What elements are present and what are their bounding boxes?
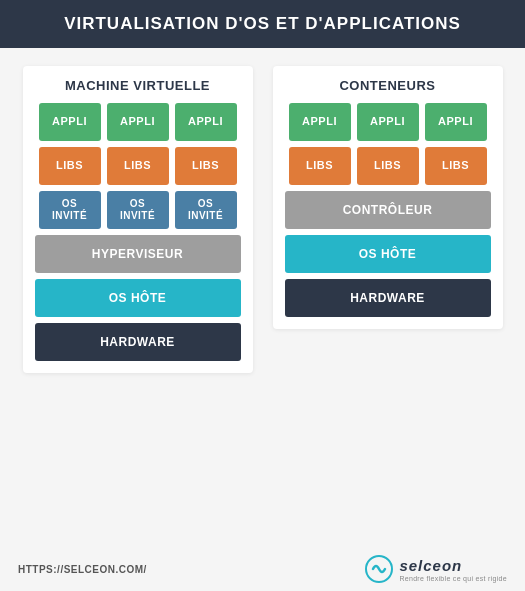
left-row-appli: APPLI APPLI APPLI [35, 103, 241, 141]
left-os-hote: OS HÔTE [35, 279, 241, 317]
right-panel-title: CONTENEURS [285, 78, 491, 93]
left-panel: MACHINE VIRTUELLE APPLI APPLI APPLI LIBS… [23, 66, 253, 373]
left-libs-1: LIBS [39, 147, 101, 185]
left-appli-1: APPLI [39, 103, 101, 141]
right-panel: CONTENEURS APPLI APPLI APPLI LIBS LIBS L… [273, 66, 503, 329]
right-libs-3: LIBS [425, 147, 487, 185]
right-appli-3: APPLI [425, 103, 487, 141]
right-libs-1: LIBS [289, 147, 351, 185]
right-appli-2: APPLI [357, 103, 419, 141]
right-controleur: CONTRÔLEUR [285, 191, 491, 229]
left-os-invite-3: OSINVITÉ [175, 191, 237, 229]
left-os-invite-2: OSINVITÉ [107, 191, 169, 229]
left-libs-2: LIBS [107, 147, 169, 185]
right-os-hote: OS HÔTE [285, 235, 491, 273]
footer: HTTPS://SELCEON.COM/ selceon Rendre flex… [0, 549, 525, 591]
logo-sub: Rendre flexible ce qui est rigide [399, 575, 507, 582]
left-appli-3: APPLI [175, 103, 237, 141]
left-libs-3: LIBS [175, 147, 237, 185]
right-hardware: HARDWARE [285, 279, 491, 317]
left-os-invite-1: OSINVITÉ [39, 191, 101, 229]
left-hyperviseur: HYPERVISEUR [35, 235, 241, 273]
right-libs-2: LIBS [357, 147, 419, 185]
left-appli-2: APPLI [107, 103, 169, 141]
left-hardware: HARDWARE [35, 323, 241, 361]
left-panel-title: MACHINE VIRTUELLE [35, 78, 241, 93]
logo-area: selceon Rendre flexible ce qui est rigid… [365, 555, 507, 583]
right-row-libs: LIBS LIBS LIBS [285, 147, 491, 185]
footer-url: HTTPS://SELCEON.COM/ [18, 564, 147, 575]
left-row-libs: LIBS LIBS LIBS [35, 147, 241, 185]
main-title: VIRTUALISATION D'OS ET D'APPLICATIONS [0, 0, 525, 48]
logo-text: selceon [399, 557, 462, 574]
right-row-appli: APPLI APPLI APPLI [285, 103, 491, 141]
selceon-logo-icon [365, 555, 393, 583]
right-appli-1: APPLI [289, 103, 351, 141]
left-row-os-invite: OSINVITÉ OSINVITÉ OSINVITÉ [35, 191, 241, 229]
